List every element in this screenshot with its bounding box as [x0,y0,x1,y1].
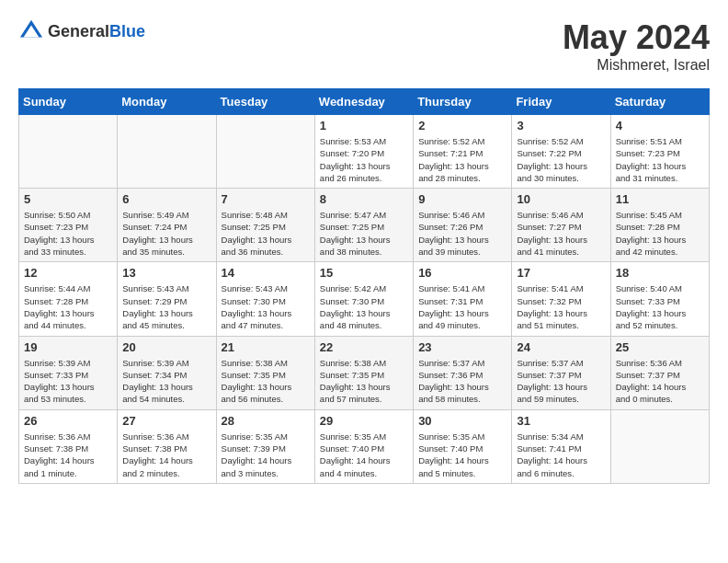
day-info: Sunrise: 5:52 AM Sunset: 7:22 PM Dayligh… [517,135,605,184]
calendar-title: May 2024 [563,18,710,57]
day-number: 9 [418,192,506,206]
day-number: 19 [24,340,112,354]
calendar-day-empty [216,115,314,189]
calendar-day-1: 1Sunrise: 5:53 AM Sunset: 7:20 PM Daylig… [314,115,413,189]
day-header-wednesday: Wednesday [314,89,413,115]
day-number: 1 [320,119,408,132]
day-number: 31 [517,414,605,428]
calendar-day-11: 11Sunrise: 5:45 AM Sunset: 7:28 PM Dayli… [610,189,709,262]
day-info: Sunrise: 5:41 AM Sunset: 7:32 PM Dayligh… [517,282,605,331]
calendar-header-row: SundayMondayTuesdayWednesdayThursdayFrid… [19,89,710,115]
calendar-week-row: 12Sunrise: 5:44 AM Sunset: 7:28 PM Dayli… [19,262,710,336]
calendar-day-25: 25Sunrise: 5:36 AM Sunset: 7:37 PM Dayli… [610,336,709,409]
day-number: 4 [616,119,704,132]
calendar-table: SundayMondayTuesdayWednesdayThursdayFrid… [18,88,710,484]
calendar-day-28: 28Sunrise: 5:35 AM Sunset: 7:39 PM Dayli… [216,409,314,483]
calendar-day-22: 22Sunrise: 5:38 AM Sunset: 7:35 PM Dayli… [314,336,413,409]
day-number: 2 [418,119,506,132]
day-number: 5 [24,192,112,206]
calendar-day-16: 16Sunrise: 5:41 AM Sunset: 7:31 PM Dayli… [414,262,512,336]
calendar-week-row: 19Sunrise: 5:39 AM Sunset: 7:33 PM Dayli… [19,336,710,409]
day-info: Sunrise: 5:35 AM Sunset: 7:39 PM Dayligh… [222,431,310,479]
logo: GeneralBlue [18,18,145,44]
calendar-day-5: 5Sunrise: 5:50 AM Sunset: 7:23 PM Daylig… [19,189,118,262]
day-info: Sunrise: 5:35 AM Sunset: 7:40 PM Dayligh… [320,431,408,479]
calendar-day-26: 26Sunrise: 5:36 AM Sunset: 7:38 PM Dayli… [19,409,118,483]
calendar-day-29: 29Sunrise: 5:35 AM Sunset: 7:40 PM Dayli… [314,409,413,483]
calendar-day-30: 30Sunrise: 5:35 AM Sunset: 7:40 PM Dayli… [414,409,512,483]
day-header-friday: Friday [512,89,610,115]
day-info: Sunrise: 5:48 AM Sunset: 7:25 PM Dayligh… [222,209,310,258]
calendar-week-row: 26Sunrise: 5:36 AM Sunset: 7:38 PM Dayli… [19,409,710,483]
calendar-day-empty [118,115,216,189]
day-header-thursday: Thursday [414,89,512,115]
day-info: Sunrise: 5:45 AM Sunset: 7:28 PM Dayligh… [616,209,704,258]
calendar-day-empty [19,115,118,189]
logo-icon [18,18,44,44]
day-header-tuesday: Tuesday [216,89,314,115]
day-number: 18 [616,266,704,280]
day-number: 13 [122,266,210,280]
day-number: 25 [616,340,704,354]
day-info: Sunrise: 5:41 AM Sunset: 7:31 PM Dayligh… [418,282,506,331]
day-info: Sunrise: 5:50 AM Sunset: 7:23 PM Dayligh… [24,209,112,258]
day-info: Sunrise: 5:43 AM Sunset: 7:29 PM Dayligh… [122,282,210,331]
day-info: Sunrise: 5:36 AM Sunset: 7:38 PM Dayligh… [24,431,112,479]
page-header: GeneralBlue May 2024 Mishmeret, Israel [18,18,710,74]
day-number: 22 [320,340,408,354]
day-number: 15 [320,266,408,280]
logo-general-text: General [48,22,109,40]
calendar-week-row: 1Sunrise: 5:53 AM Sunset: 7:20 PM Daylig… [19,115,710,189]
calendar-day-8: 8Sunrise: 5:47 AM Sunset: 7:25 PM Daylig… [314,189,413,262]
calendar-day-31: 31Sunrise: 5:34 AM Sunset: 7:41 PM Dayli… [512,409,610,483]
calendar-day-14: 14Sunrise: 5:43 AM Sunset: 7:30 PM Dayli… [216,262,314,336]
day-number: 10 [517,192,605,206]
day-header-monday: Monday [118,89,216,115]
calendar-day-12: 12Sunrise: 5:44 AM Sunset: 7:28 PM Dayli… [19,262,118,336]
day-info: Sunrise: 5:36 AM Sunset: 7:37 PM Dayligh… [616,357,704,406]
day-header-saturday: Saturday [610,89,709,115]
title-block: May 2024 Mishmeret, Israel [563,18,710,74]
day-info: Sunrise: 5:34 AM Sunset: 7:41 PM Dayligh… [517,431,605,479]
day-info: Sunrise: 5:36 AM Sunset: 7:38 PM Dayligh… [122,431,210,479]
day-info: Sunrise: 5:40 AM Sunset: 7:33 PM Dayligh… [616,282,704,331]
day-number: 30 [418,414,506,428]
day-info: Sunrise: 5:51 AM Sunset: 7:23 PM Dayligh… [616,135,704,184]
calendar-week-row: 5Sunrise: 5:50 AM Sunset: 7:23 PM Daylig… [19,189,710,262]
calendar-day-empty [610,409,709,483]
day-number: 24 [517,340,605,354]
day-info: Sunrise: 5:49 AM Sunset: 7:24 PM Dayligh… [122,209,210,258]
day-number: 21 [222,340,310,354]
calendar-day-13: 13Sunrise: 5:43 AM Sunset: 7:29 PM Dayli… [118,262,216,336]
calendar-day-15: 15Sunrise: 5:42 AM Sunset: 7:30 PM Dayli… [314,262,413,336]
day-info: Sunrise: 5:42 AM Sunset: 7:30 PM Dayligh… [320,282,408,331]
day-header-sunday: Sunday [19,89,118,115]
calendar-subtitle: Mishmeret, Israel [563,57,710,74]
day-info: Sunrise: 5:37 AM Sunset: 7:37 PM Dayligh… [517,357,605,406]
day-number: 28 [222,414,310,428]
day-number: 29 [320,414,408,428]
day-info: Sunrise: 5:53 AM Sunset: 7:20 PM Dayligh… [320,135,408,184]
day-number: 8 [320,192,408,206]
day-info: Sunrise: 5:47 AM Sunset: 7:25 PM Dayligh… [320,209,408,258]
day-number: 20 [122,340,210,354]
day-number: 11 [616,192,704,206]
day-info: Sunrise: 5:52 AM Sunset: 7:21 PM Dayligh… [418,135,506,184]
day-info: Sunrise: 5:44 AM Sunset: 7:28 PM Dayligh… [24,282,112,331]
day-number: 27 [122,414,210,428]
calendar-day-6: 6Sunrise: 5:49 AM Sunset: 7:24 PM Daylig… [118,189,216,262]
day-info: Sunrise: 5:38 AM Sunset: 7:35 PM Dayligh… [222,357,310,406]
calendar-day-19: 19Sunrise: 5:39 AM Sunset: 7:33 PM Dayli… [19,336,118,409]
calendar-day-21: 21Sunrise: 5:38 AM Sunset: 7:35 PM Dayli… [216,336,314,409]
calendar-day-3: 3Sunrise: 5:52 AM Sunset: 7:22 PM Daylig… [512,115,610,189]
calendar-day-4: 4Sunrise: 5:51 AM Sunset: 7:23 PM Daylig… [610,115,709,189]
calendar-day-2: 2Sunrise: 5:52 AM Sunset: 7:21 PM Daylig… [414,115,512,189]
day-number: 23 [418,340,506,354]
calendar-day-18: 18Sunrise: 5:40 AM Sunset: 7:33 PM Dayli… [610,262,709,336]
day-number: 26 [24,414,112,428]
day-info: Sunrise: 5:46 AM Sunset: 7:26 PM Dayligh… [418,209,506,258]
day-info: Sunrise: 5:37 AM Sunset: 7:36 PM Dayligh… [418,357,506,406]
day-number: 17 [517,266,605,280]
day-info: Sunrise: 5:39 AM Sunset: 7:33 PM Dayligh… [24,357,112,406]
day-info: Sunrise: 5:43 AM Sunset: 7:30 PM Dayligh… [222,282,310,331]
